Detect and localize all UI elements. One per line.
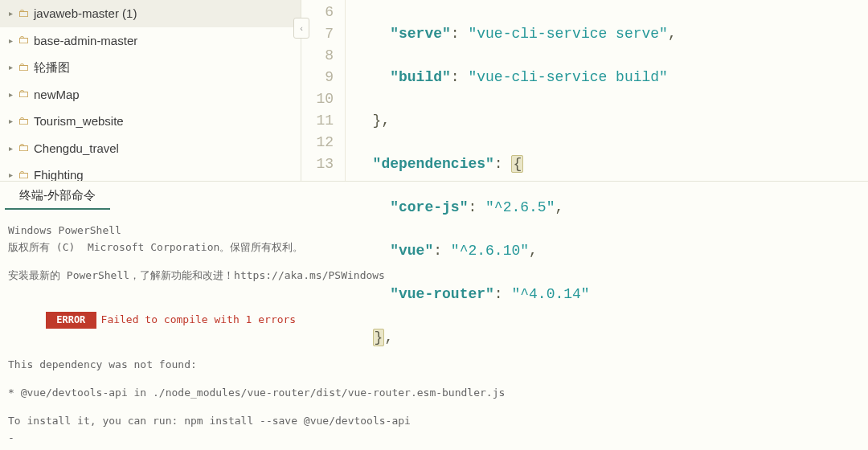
- folder-icon: 🗀: [18, 166, 29, 181]
- code-line[interactable]: "vue-router": "^4.0.14": [355, 284, 868, 305]
- code-area[interactable]: "serve": "vue-cli-service serve", "build…: [346, 0, 868, 181]
- tree-item-tourism[interactable]: ▸ 🗀 Tourism_website: [0, 108, 301, 135]
- folder-icon: 🗀: [18, 31, 29, 50]
- code-editor[interactable]: 6 7 8 9 10 11 12 13 "serve": "vue-cli-se…: [301, 0, 868, 181]
- chevron-left-icon: ‹: [300, 23, 303, 33]
- project-sidebar: ▸ 🗀 javaweb-master (1) ▸ 🗀 base-admin-ma…: [0, 0, 301, 181]
- code-line[interactable]: "dependencies": {: [355, 153, 868, 175]
- sidebar-collapse-handle[interactable]: ‹: [293, 18, 309, 39]
- line-number: 8: [301, 45, 334, 67]
- folder-icon: 🗀: [18, 112, 29, 131]
- code-line[interactable]: },: [355, 327, 868, 349]
- chevron-right-icon[interactable]: ▸: [5, 60, 16, 74]
- tree-label: Chengdu_travel: [34, 138, 119, 159]
- tree-label: base-admin-master: [34, 31, 137, 51]
- tree-item-newmap[interactable]: ▸ 🗀 newMap: [0, 81, 301, 108]
- code-line[interactable]: "build": "vue-cli-service build": [355, 67, 868, 88]
- terminal-cursor-line: -: [8, 430, 860, 447]
- chevron-right-icon[interactable]: ▸: [5, 34, 16, 47]
- line-number: 12: [301, 132, 334, 153]
- code-line[interactable]: "vue": "^2.6.10",: [355, 240, 868, 262]
- tree-label: 轮播图: [34, 57, 70, 78]
- top-panel: ▸ 🗀 javaweb-master (1) ▸ 🗀 base-admin-ma…: [0, 0, 868, 181]
- line-number: 11: [301, 110, 334, 132]
- folder-icon: 🗀: [18, 58, 29, 77]
- tree-item-fhighting[interactable]: ▸ 🗀 Fhighting: [0, 162, 301, 181]
- line-number: 10: [301, 88, 334, 110]
- tree-label: javaweb-master (1): [34, 3, 137, 24]
- chevron-right-icon[interactable]: ▸: [5, 114, 16, 128]
- folder-icon: 🗀: [18, 84, 29, 104]
- terminal-tab[interactable]: 终端-外部命令: [5, 182, 110, 210]
- folder-icon: 🗀: [18, 4, 29, 23]
- code-line[interactable]: "core-js": "^2.6.5",: [355, 197, 868, 219]
- error-badge: ERROR: [46, 312, 96, 329]
- tree-item-base-admin[interactable]: ▸ 🗀 base-admin-master: [0, 27, 301, 55]
- tree-item-carousel[interactable]: ▸ 🗀 轮播图: [0, 54, 301, 81]
- tree-label: Tourism_website: [34, 111, 124, 132]
- tree-label: newMap: [34, 84, 80, 105]
- terminal-tab-label: 终端-外部命令: [19, 188, 96, 202]
- tree-item-javaweb[interactable]: ▸ 🗀 javaweb-master (1): [0, 0, 301, 27]
- terminal-line: To install it, you can run: npm install …: [8, 413, 860, 430]
- tree-label: Fhighting: [34, 165, 84, 181]
- project-tree: ▸ 🗀 javaweb-master (1) ▸ 🗀 base-admin-ma…: [0, 0, 301, 181]
- error-message: Failed to compile with 1 errors: [101, 313, 297, 325]
- chevron-right-icon[interactable]: ▸: [5, 141, 16, 155]
- line-number: 13: [301, 153, 334, 175]
- code-line[interactable]: },: [355, 110, 868, 132]
- chevron-right-icon[interactable]: ▸: [5, 6, 16, 20]
- code-line[interactable]: "serve": "vue-cli-service serve",: [355, 23, 868, 45]
- chevron-right-icon[interactable]: ▸: [5, 168, 16, 181]
- chevron-right-icon[interactable]: ▸: [5, 88, 16, 101]
- tree-item-chengdu[interactable]: ▸ 🗀 Chengdu_travel: [0, 135, 301, 162]
- folder-icon: 🗀: [18, 138, 29, 158]
- line-number: 9: [301, 67, 334, 88]
